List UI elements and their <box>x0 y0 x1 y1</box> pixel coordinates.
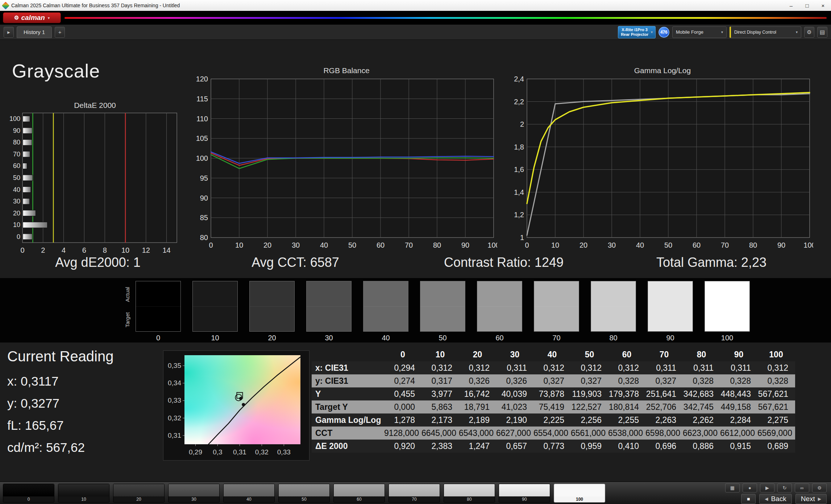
grayscale-swatch-30: 30 <box>306 281 352 342</box>
svg-text:50: 50 <box>664 241 672 249</box>
back-button[interactable]: ◀ Back <box>759 494 791 504</box>
pattern-button-50[interactable]: 50 <box>278 484 330 503</box>
minimize-button[interactable]: – <box>783 0 799 11</box>
display-capture-icon[interactable]: ▦ <box>725 483 740 492</box>
swatch-target <box>648 306 693 332</box>
record-icon[interactable]: ● <box>743 483 757 492</box>
table-row: ΔE 20000,9202,3831,2470,6570,7730,9590,4… <box>312 440 795 453</box>
history-expand-button[interactable]: ▸ <box>4 27 14 38</box>
table-cell: 0,294 <box>384 361 421 374</box>
table-cell: 2,255 <box>608 413 645 427</box>
svg-text:10: 10 <box>13 221 20 228</box>
svg-text:90: 90 <box>461 241 469 249</box>
pattern-swatch <box>334 484 385 496</box>
table-cell: 0,327 <box>533 374 571 387</box>
table-row-label: x: CIE31 <box>312 361 384 374</box>
rgb-balance-chart: RGB Balance 8085909510010511011512001020… <box>196 66 497 253</box>
swatch-level-label: 30 <box>306 334 352 342</box>
deltae-chart-title: DeltaE 2000 <box>8 101 182 111</box>
add-history-button[interactable]: + <box>55 27 65 38</box>
table-cell: 0,657 <box>496 440 533 453</box>
swatch-target <box>477 306 522 332</box>
svg-text:0,34: 0,34 <box>168 379 181 387</box>
pattern-button-100[interactable]: 100 <box>554 484 605 503</box>
rgb-chart-title: RGB Balance <box>196 66 497 76</box>
gamma-chart: Gamma Log/Log 11,21,41,61,822,22,4010203… <box>512 66 813 253</box>
pattern-button-0[interactable]: 0 <box>3 484 54 503</box>
swatch-level-label: 40 <box>363 334 408 342</box>
table-cell: 0,410 <box>608 440 645 453</box>
svg-text:110: 110 <box>196 115 208 123</box>
calman-logo-button[interactable]: ⚙ calman ▾ <box>3 12 61 23</box>
svg-text:60: 60 <box>377 241 385 249</box>
swatch-actual <box>136 281 180 306</box>
settings-icon[interactable]: ⚙ <box>812 483 827 492</box>
maximize-button[interactable]: □ <box>799 0 815 11</box>
source-selector[interactable]: Mobile Forge ▾ <box>672 26 727 38</box>
svg-text:1,2: 1,2 <box>514 211 524 219</box>
pattern-button-80[interactable]: 80 <box>444 484 495 503</box>
grayscale-swatch-70: 70 <box>534 281 579 342</box>
pattern-button-20[interactable]: 20 <box>113 484 165 503</box>
window-title: Calman 2025 Calman Ultimate for Business… <box>11 3 180 8</box>
pattern-button-60[interactable]: 60 <box>333 484 385 503</box>
layout-button[interactable]: ▤ <box>817 27 827 38</box>
table-row: Gamma Log/Log1,2782,1732,1892,1902,2252,… <box>312 413 795 427</box>
settings-button[interactable]: ⚙ <box>804 27 814 38</box>
table-col-header: 50 <box>571 348 608 361</box>
table-cell: 6623,000 <box>683 427 720 440</box>
pattern-label: 0 <box>3 496 54 502</box>
table-cell: 2,256 <box>571 413 608 427</box>
tab-history-1[interactable]: History 1 <box>17 26 52 38</box>
pattern-button-40[interactable]: 40 <box>223 484 275 503</box>
table-row-label: y: CIE31 <box>312 374 384 387</box>
table-row: Y0,4553,97716,74240,03973,878119,903179,… <box>312 387 795 400</box>
pattern-button-90[interactable]: 90 <box>499 484 550 503</box>
table-cell: 0,312 <box>533 361 571 374</box>
cie-overlay-svg: 0,290,30,310,320,330,310,320,330,340,35 <box>163 351 309 460</box>
svg-text:40: 40 <box>320 241 328 249</box>
svg-text:10: 10 <box>551 241 559 249</box>
swatch-box <box>192 281 238 332</box>
table-cell: 75,419 <box>533 400 571 413</box>
svg-text:0: 0 <box>209 241 213 249</box>
table-cell: 0,311 <box>683 361 720 374</box>
next-button[interactable]: Next ▶ <box>795 494 827 504</box>
grayscale-swatch-0: 0 <box>136 281 181 342</box>
pattern-label: 60 <box>334 496 385 502</box>
reading-fl: fL: 165,67 <box>7 418 159 433</box>
main-panel: Grayscale DeltaE 2000 024681012141009080… <box>0 40 831 482</box>
meter-selector[interactable]: X-Rite i1Pro 3 Rear Projector ▾ <box>618 26 656 38</box>
history-tabs: ▸ History 1 + <box>4 26 65 38</box>
cie-chart: 0,290,30,310,320,330,310,320,330,340,35 <box>163 350 309 461</box>
continuous-icon[interactable]: ∞ <box>795 483 809 492</box>
transport-controls: ▦●▶↻∞⚙ ■ ◀ Back Next ▶ <box>718 483 827 504</box>
swatch-target <box>591 306 636 332</box>
close-button[interactable]: × <box>815 0 831 11</box>
swatch-actual <box>363 281 408 306</box>
pattern-button-10[interactable]: 10 <box>58 484 109 503</box>
svg-text:0: 0 <box>525 241 529 249</box>
swatch-box <box>420 281 465 332</box>
repeat-icon[interactable]: ↻ <box>777 483 792 492</box>
display-control-selector[interactable]: Direct Display Control ▾ <box>730 26 801 38</box>
swatch-level-label: 0 <box>136 334 181 342</box>
pattern-button-30[interactable]: 30 <box>168 484 220 503</box>
table-cell: 0,327 <box>645 374 683 387</box>
table-cell: 0,920 <box>384 440 421 453</box>
table-col-header: 10 <box>421 348 459 361</box>
play-icon[interactable]: ▶ <box>760 483 774 492</box>
swatch-box <box>705 281 750 332</box>
pattern-button-70[interactable]: 70 <box>389 484 440 503</box>
svg-text:40: 40 <box>13 186 20 193</box>
current-reading-title: Current Reading <box>7 348 159 365</box>
grayscale-swatch-60: 60 <box>477 281 522 342</box>
table-cell: 0,326 <box>459 374 496 387</box>
transport-icons: ▦●▶↻∞⚙ <box>718 483 827 492</box>
table-row-label: Y <box>312 387 384 400</box>
table-cell: 6538,000 <box>608 427 645 440</box>
stop-button[interactable]: ■ <box>741 494 756 504</box>
pattern-buttons: 0102030405060708090100 <box>3 484 605 503</box>
grayscale-swatch-100: 100 <box>705 281 750 342</box>
swatch-box <box>249 281 295 332</box>
